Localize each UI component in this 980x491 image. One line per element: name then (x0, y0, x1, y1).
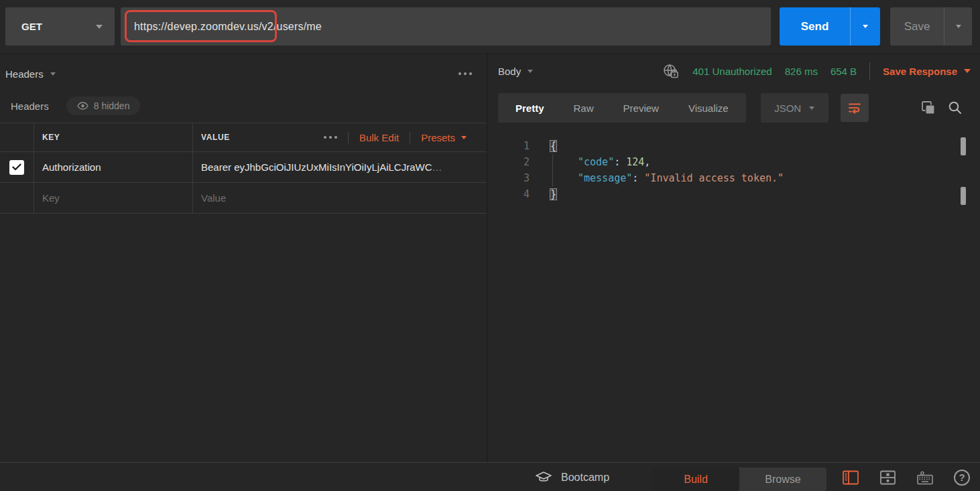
header-key-cell[interactable]: Authorization (34, 152, 192, 182)
request-bar: GET https://devep.zoomdev.us/v2/users/me… (0, 0, 980, 54)
header-value-cell[interactable]: Bearer eyJhbGciOiJIUzUxMiIsInYiOiIyLjAiL… (192, 152, 487, 182)
headers-label: Headers (0, 100, 49, 112)
two-pane-icon (879, 470, 896, 486)
footer-bar: Bootcamp Build Browse (0, 462, 980, 491)
headers-subheader: Headers 8 hidden (0, 96, 487, 115)
help-button[interactable]: ? (954, 470, 970, 486)
hidden-headers-badge[interactable]: 8 hidden (66, 96, 141, 115)
headers-table: KEY VALUE Bulk Edit Presets (0, 123, 487, 214)
header-row-empty: Key Value (0, 183, 487, 214)
new-key-cell[interactable]: Key (34, 183, 192, 213)
save-options-button[interactable] (944, 7, 972, 46)
request-panel-header: Headers (0, 62, 487, 86)
tab-pretty[interactable]: Pretty (501, 93, 559, 123)
checkbox-checked[interactable] (9, 160, 24, 175)
request-panel: Headers Headers 8 hidden KEY VALUE (0, 54, 487, 462)
divider (869, 62, 870, 80)
chevron-down-icon (809, 107, 814, 110)
code-line: 3"message": "Invalid access token." (493, 170, 980, 186)
graduation-cap-icon (535, 471, 552, 484)
bootcamp-label: Bootcamp (561, 472, 609, 484)
headers-section-toggle[interactable]: Headers (0, 68, 56, 80)
chevron-down-icon (96, 25, 103, 29)
body-section-label: Body (498, 66, 521, 77)
body-section-toggle[interactable]: Body (493, 66, 533, 77)
method-label: GET (5, 21, 42, 32)
method-select[interactable]: GET (5, 7, 115, 46)
chevron-down-icon (50, 72, 56, 76)
send-button[interactable]: Send (780, 7, 880, 46)
language-select-value: JSON (774, 102, 801, 114)
headers-table-header-row: KEY VALUE Bulk Edit Presets (0, 123, 487, 152)
wrap-lines-icon (848, 102, 861, 114)
scrollbar-thumb[interactable] (961, 187, 966, 205)
language-select[interactable]: JSON (761, 93, 829, 123)
tab-visualize[interactable]: Visualize (674, 93, 743, 123)
close-brace: } (550, 188, 557, 200)
bulk-edit-button[interactable]: Bulk Edit (348, 132, 410, 143)
open-brace: { (550, 140, 557, 152)
response-panel: Body 401 Unauthorized 826 ms 654 B Save … (493, 54, 980, 462)
response-time: 826 ms (785, 66, 818, 77)
response-body-code: 1{ 2"code": 124, 3"message": "Invalid ac… (493, 131, 980, 462)
bootcamp-button[interactable]: Bootcamp (535, 463, 609, 491)
key-column-header: KEY (42, 133, 60, 142)
shortcuts-button[interactable] (916, 470, 934, 486)
truncation-ellipsis: … (432, 161, 442, 173)
scrollbar-thumb[interactable] (961, 137, 966, 155)
chevron-down-icon (956, 25, 961, 28)
tab-raw[interactable]: Raw (559, 93, 609, 123)
chevron-down-icon (528, 70, 533, 73)
copy-icon (921, 100, 936, 115)
code-line: 4} (493, 186, 980, 202)
header-row-authorization: Authorization Bearer eyJhbGciOiJIUzUxMiI… (0, 152, 487, 183)
send-label: Send (780, 7, 850, 46)
help-glyph: ? (959, 472, 965, 483)
more-actions-button[interactable] (458, 72, 472, 75)
chevron-down-icon (461, 136, 467, 139)
tab-preview[interactable]: Preview (609, 93, 674, 123)
chevron-down-icon (863, 25, 868, 28)
response-view-tabs: Pretty Raw Preview Visualize (498, 93, 746, 123)
check-icon (12, 163, 21, 171)
value-placeholder: Value (201, 192, 226, 204)
chevron-down-icon (964, 69, 971, 73)
tab-browse[interactable]: Browse (739, 468, 826, 491)
presets-button[interactable]: Presets (410, 132, 477, 143)
save-response-button[interactable]: Save Response (883, 66, 971, 77)
tab-build[interactable]: Build (652, 468, 739, 491)
send-options-button[interactable] (850, 7, 880, 46)
sidebar-layout-icon (842, 470, 859, 486)
indent-guide (552, 154, 553, 186)
save-label: Save (890, 7, 944, 46)
new-value-cell[interactable]: Value (192, 183, 487, 213)
code-line: 1{ (493, 138, 980, 154)
headers-section-label: Headers (5, 68, 44, 80)
hidden-count-label: 8 hidden (94, 100, 130, 111)
build-browse-toggle: Build Browse (652, 468, 826, 491)
search-button[interactable] (948, 100, 963, 115)
network-globe-lock-icon[interactable] (662, 63, 680, 79)
search-icon (948, 100, 963, 115)
eye-icon (77, 102, 88, 110)
save-button[interactable]: Save (890, 7, 972, 46)
response-size: 654 B (831, 66, 857, 77)
status-badge: 401 Unauthorized (692, 66, 772, 77)
value-column-header: VALUE (201, 133, 230, 142)
toggle-two-pane-button[interactable] (879, 470, 896, 486)
url-text: https://devep.zoomdev.us/v2/users/me (121, 21, 322, 33)
url-input[interactable]: https://devep.zoomdev.us/v2/users/me (121, 7, 771, 46)
copy-button[interactable] (921, 100, 936, 115)
wrap-lines-button[interactable] (841, 94, 869, 122)
response-toolbar: Pretty Raw Preview Visualize JSON (498, 92, 980, 123)
keyboard-icon (916, 470, 934, 486)
code-line: 2"code": 124, (493, 154, 980, 170)
column-options-button[interactable] (313, 136, 348, 139)
key-placeholder: Key (42, 192, 60, 204)
response-panel-header: Body 401 Unauthorized 826 ms 654 B Save … (493, 54, 980, 88)
toggle-sidebar-button[interactable] (842, 470, 859, 486)
